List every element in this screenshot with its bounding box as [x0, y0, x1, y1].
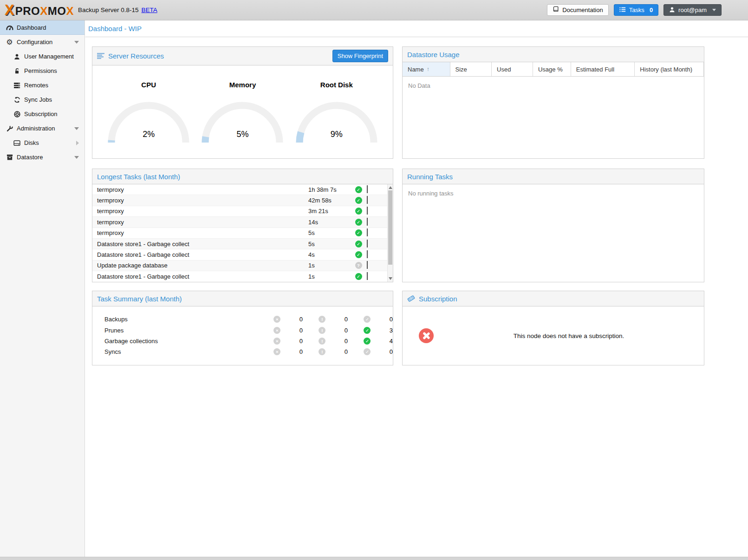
- sidebar-item-administration[interactable]: Administration: [0, 121, 85, 136]
- task-duration: 1s: [308, 273, 350, 280]
- collapse-arrow-icon[interactable]: [74, 41, 79, 44]
- scroll-up-icon[interactable]: [389, 186, 392, 189]
- dashboard-icon: [6, 24, 13, 31]
- open-task-button[interactable]: [367, 262, 385, 269]
- gauge-label: Root Disk: [290, 81, 383, 89]
- collapse-arrow-icon[interactable]: [74, 127, 79, 130]
- column-label: History (last Month): [640, 66, 692, 73]
- datastore-usage-empty-text: No Data: [403, 77, 704, 95]
- column-label: Estimated Full: [576, 66, 614, 73]
- status-ok-icon: ✓: [364, 327, 371, 334]
- longest-tasks-list: termproxy1h 38m 7s✓termproxy42m 58s✓term…: [92, 184, 393, 282]
- collapse-arrow-icon[interactable]: [74, 156, 79, 159]
- summary-warning: !0: [303, 327, 348, 334]
- sidebar-item-dashboard[interactable]: Dashboard: [0, 20, 85, 35]
- column-header-history-last-month[interactable]: History (last Month): [635, 62, 704, 76]
- column-header-estimated-full[interactable]: Estimated Full: [571, 62, 635, 76]
- sidebar-item-subscription[interactable]: Subscription: [0, 107, 85, 121]
- scrollbar-thumb[interactable]: [388, 190, 392, 265]
- horizontal-scrollbar[interactable]: [0, 557, 748, 560]
- gauge-cpu: CPU2%: [102, 65, 195, 156]
- no-subscription-icon: [419, 328, 434, 343]
- documentation-button[interactable]: Documentation: [547, 4, 608, 16]
- disk-icon: [13, 140, 21, 146]
- open-task-button[interactable]: [367, 229, 385, 236]
- task-duration: 1h 38m 7s: [308, 186, 350, 193]
- open-task-button[interactable]: [367, 219, 385, 226]
- sidebar-item-label: Remotes: [24, 82, 48, 89]
- summary-error-count: 0: [299, 348, 303, 355]
- scroll-down-icon[interactable]: [389, 277, 392, 280]
- expand-arrow-icon[interactable]: [76, 141, 79, 145]
- sidebar-item-label: Disks: [24, 139, 39, 146]
- task-row[interactable]: termproxy1h 38m 7s✓: [92, 184, 393, 195]
- user-icon: [13, 53, 21, 60]
- user-icon: [669, 7, 675, 14]
- column-header-used[interactable]: Used: [492, 62, 533, 76]
- sidebar-item-label: Sync Jobs: [24, 96, 52, 103]
- open-task-button[interactable]: [367, 251, 385, 258]
- sidebar-item-label: Configuration: [17, 39, 52, 46]
- sidebar-item-permissions[interactable]: Permissions: [0, 64, 85, 78]
- task-duration: 4s: [308, 251, 350, 258]
- book-icon: [553, 6, 559, 14]
- sidebar-item-user-management[interactable]: User Management: [0, 49, 85, 64]
- task-row[interactable]: termproxy42m 58s✓: [92, 195, 393, 206]
- open-task-button[interactable]: [367, 208, 385, 215]
- status-ok-icon: ✓: [355, 186, 362, 193]
- gauge-label: Memory: [196, 81, 289, 89]
- open-task-button[interactable]: [367, 186, 385, 193]
- task-row[interactable]: termproxy5s✓: [92, 228, 393, 239]
- status-warning-icon: !: [319, 316, 325, 323]
- sidebar-item-remotes[interactable]: Remotes: [0, 78, 85, 92]
- tasks-button[interactable]: Tasks 0: [614, 4, 658, 16]
- task-row[interactable]: Datastore store1 - Garbage collect5s✓: [92, 239, 393, 249]
- summary-ok-count: 3: [390, 327, 393, 334]
- open-task-button[interactable]: [367, 241, 385, 247]
- status-ok-icon: ✓: [364, 316, 371, 323]
- column-header-usage[interactable]: Usage %: [533, 62, 571, 76]
- column-header-size[interactable]: Size: [450, 62, 492, 76]
- summary-error: ×0: [258, 316, 303, 323]
- proxmox-backup-server-app: X PROXMOX Backup Server 0.8-15 BETA Docu…: [0, 0, 748, 560]
- sidebar-item-configuration[interactable]: ⚙Configuration: [0, 35, 85, 49]
- sidebar-item-label: Administration: [17, 125, 55, 132]
- ticket-icon: [407, 295, 415, 302]
- longest-tasks-header: Longest Tasks (last Month): [92, 169, 393, 184]
- longest-tasks-scrollbar[interactable]: [387, 184, 393, 282]
- sidebar-item-datastore[interactable]: Datastore: [0, 150, 85, 164]
- task-row[interactable]: Update package database1s?: [92, 260, 393, 271]
- status-ok-icon: ✓: [355, 197, 362, 204]
- subscription-title: Subscription: [419, 295, 457, 303]
- open-task-button[interactable]: [367, 273, 385, 280]
- server-resources-header: Server Resources Show Fingerprint: [92, 47, 393, 65]
- subscription-message: This node does not have a subscription.: [434, 332, 704, 339]
- beta-link[interactable]: BETA: [141, 7, 157, 13]
- longest-tasks-rows: termproxy1h 38m 7s✓termproxy42m 58s✓term…: [92, 184, 393, 282]
- task-row[interactable]: Datastore store1 - Garbage collect1s✓: [92, 271, 393, 282]
- task-duration: 14s: [308, 219, 350, 226]
- page-title: Dashboard - WIP: [85, 20, 748, 37]
- status-ok-icon: ✓: [364, 348, 371, 355]
- chevron-right-icon: [367, 250, 368, 258]
- server-resources-title: Server Resources: [108, 52, 164, 60]
- task-row[interactable]: termproxy14s✓: [92, 217, 393, 228]
- task-row[interactable]: Datastore store1 - Garbage collect4s✓: [92, 249, 393, 260]
- task-name: termproxy: [92, 208, 308, 215]
- summary-ok-count: 0: [390, 316, 393, 323]
- task-row[interactable]: termproxy3m 21s✓: [92, 206, 393, 217]
- task-summary-header: Task Summary (last Month): [92, 291, 393, 306]
- open-task-button[interactable]: [367, 197, 385, 204]
- subscription-body: This node does not have a subscription.: [403, 306, 704, 365]
- datastore-usage-title: Datastore Usage: [407, 51, 460, 59]
- user-menu-button[interactable]: root@pam: [663, 4, 722, 16]
- running-tasks-header: Running Tasks: [403, 169, 704, 184]
- chevron-right-icon: [367, 185, 368, 193]
- summary-warning-count: 0: [345, 348, 348, 355]
- column-header-name[interactable]: Name↑: [403, 62, 450, 76]
- sidebar-item-sync-jobs[interactable]: Sync Jobs: [0, 92, 85, 107]
- sidebar-item-disks[interactable]: Disks: [0, 136, 85, 150]
- show-fingerprint-button[interactable]: Show Fingerprint: [332, 50, 388, 62]
- summary-error-count: 0: [299, 338, 303, 345]
- task-duration: 42m 58s: [308, 197, 350, 204]
